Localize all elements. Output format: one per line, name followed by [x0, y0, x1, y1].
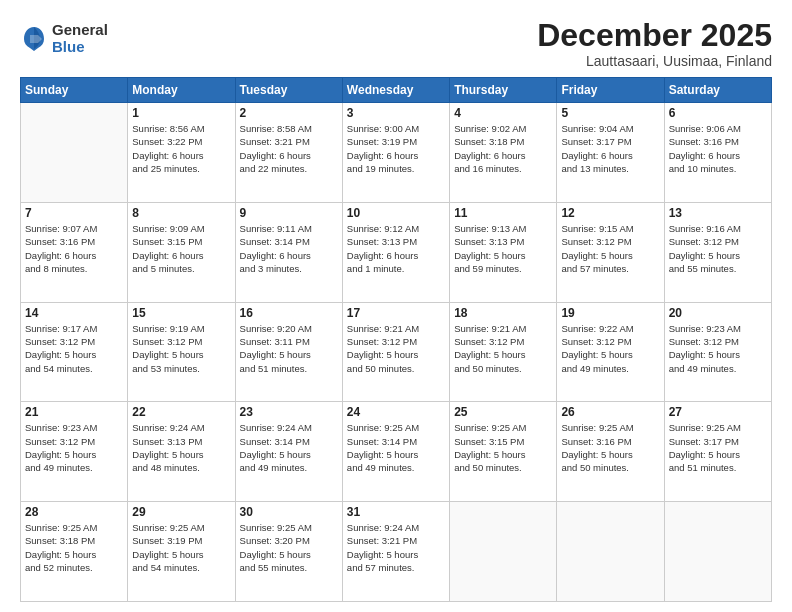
calendar-day-cell: 4Sunrise: 9:02 AM Sunset: 3:18 PM Daylig…: [450, 103, 557, 203]
day-number: 11: [454, 206, 552, 220]
day-info: Sunrise: 9:23 AM Sunset: 3:12 PM Dayligh…: [25, 421, 123, 474]
calendar-day-header: Saturday: [664, 78, 771, 103]
day-info: Sunrise: 9:00 AM Sunset: 3:19 PM Dayligh…: [347, 122, 445, 175]
calendar-day-header: Friday: [557, 78, 664, 103]
day-number: 7: [25, 206, 123, 220]
calendar-day-header: Thursday: [450, 78, 557, 103]
day-number: 22: [132, 405, 230, 419]
day-number: 19: [561, 306, 659, 320]
logo-icon: [20, 25, 48, 53]
calendar-day-cell: 12Sunrise: 9:15 AM Sunset: 3:12 PM Dayli…: [557, 202, 664, 302]
calendar-day-cell: 19Sunrise: 9:22 AM Sunset: 3:12 PM Dayli…: [557, 302, 664, 402]
day-info: Sunrise: 9:24 AM Sunset: 3:13 PM Dayligh…: [132, 421, 230, 474]
day-info: Sunrise: 9:09 AM Sunset: 3:15 PM Dayligh…: [132, 222, 230, 275]
calendar-day-cell: 14Sunrise: 9:17 AM Sunset: 3:12 PM Dayli…: [21, 302, 128, 402]
calendar-week-row: 28Sunrise: 9:25 AM Sunset: 3:18 PM Dayli…: [21, 502, 772, 602]
calendar-day-cell: 18Sunrise: 9:21 AM Sunset: 3:12 PM Dayli…: [450, 302, 557, 402]
calendar-day-cell: 21Sunrise: 9:23 AM Sunset: 3:12 PM Dayli…: [21, 402, 128, 502]
day-number: 28: [25, 505, 123, 519]
calendar-day-cell: [450, 502, 557, 602]
calendar-day-cell: 9Sunrise: 9:11 AM Sunset: 3:14 PM Daylig…: [235, 202, 342, 302]
day-info: Sunrise: 9:24 AM Sunset: 3:21 PM Dayligh…: [347, 521, 445, 574]
logo-text: General Blue: [52, 22, 108, 55]
calendar-day-cell: 1Sunrise: 8:56 AM Sunset: 3:22 PM Daylig…: [128, 103, 235, 203]
day-info: Sunrise: 9:25 AM Sunset: 3:15 PM Dayligh…: [454, 421, 552, 474]
day-info: Sunrise: 9:17 AM Sunset: 3:12 PM Dayligh…: [25, 322, 123, 375]
day-number: 26: [561, 405, 659, 419]
day-info: Sunrise: 9:12 AM Sunset: 3:13 PM Dayligh…: [347, 222, 445, 275]
calendar-day-cell: 31Sunrise: 9:24 AM Sunset: 3:21 PM Dayli…: [342, 502, 449, 602]
month-title: December 2025: [537, 18, 772, 53]
day-number: 14: [25, 306, 123, 320]
day-number: 29: [132, 505, 230, 519]
calendar-day-cell: 8Sunrise: 9:09 AM Sunset: 3:15 PM Daylig…: [128, 202, 235, 302]
day-number: 24: [347, 405, 445, 419]
calendar-day-cell: 22Sunrise: 9:24 AM Sunset: 3:13 PM Dayli…: [128, 402, 235, 502]
day-number: 5: [561, 106, 659, 120]
calendar-day-cell: 20Sunrise: 9:23 AM Sunset: 3:12 PM Dayli…: [664, 302, 771, 402]
day-info: Sunrise: 9:15 AM Sunset: 3:12 PM Dayligh…: [561, 222, 659, 275]
page: General Blue December 2025 Lauttasaari, …: [0, 0, 792, 612]
day-number: 2: [240, 106, 338, 120]
location: Lauttasaari, Uusimaa, Finland: [537, 53, 772, 69]
day-number: 1: [132, 106, 230, 120]
day-number: 4: [454, 106, 552, 120]
calendar-day-cell: 5Sunrise: 9:04 AM Sunset: 3:17 PM Daylig…: [557, 103, 664, 203]
day-info: Sunrise: 9:24 AM Sunset: 3:14 PM Dayligh…: [240, 421, 338, 474]
calendar-day-header: Tuesday: [235, 78, 342, 103]
calendar-day-cell: 28Sunrise: 9:25 AM Sunset: 3:18 PM Dayli…: [21, 502, 128, 602]
day-info: Sunrise: 9:02 AM Sunset: 3:18 PM Dayligh…: [454, 122, 552, 175]
day-number: 13: [669, 206, 767, 220]
calendar-day-cell: [557, 502, 664, 602]
day-number: 23: [240, 405, 338, 419]
calendar-day-cell: 10Sunrise: 9:12 AM Sunset: 3:13 PM Dayli…: [342, 202, 449, 302]
day-info: Sunrise: 9:21 AM Sunset: 3:12 PM Dayligh…: [347, 322, 445, 375]
header: General Blue December 2025 Lauttasaari, …: [20, 18, 772, 69]
calendar-table: SundayMondayTuesdayWednesdayThursdayFrid…: [20, 77, 772, 602]
day-info: Sunrise: 9:11 AM Sunset: 3:14 PM Dayligh…: [240, 222, 338, 275]
calendar-day-cell: 16Sunrise: 9:20 AM Sunset: 3:11 PM Dayli…: [235, 302, 342, 402]
day-number: 30: [240, 505, 338, 519]
day-number: 3: [347, 106, 445, 120]
day-number: 31: [347, 505, 445, 519]
calendar-day-cell: 15Sunrise: 9:19 AM Sunset: 3:12 PM Dayli…: [128, 302, 235, 402]
day-info: Sunrise: 9:06 AM Sunset: 3:16 PM Dayligh…: [669, 122, 767, 175]
calendar-day-header: Wednesday: [342, 78, 449, 103]
day-info: Sunrise: 9:16 AM Sunset: 3:12 PM Dayligh…: [669, 222, 767, 275]
day-info: Sunrise: 9:07 AM Sunset: 3:16 PM Dayligh…: [25, 222, 123, 275]
day-number: 12: [561, 206, 659, 220]
title-block: December 2025 Lauttasaari, Uusimaa, Finl…: [537, 18, 772, 69]
day-number: 21: [25, 405, 123, 419]
calendar-day-cell: 23Sunrise: 9:24 AM Sunset: 3:14 PM Dayli…: [235, 402, 342, 502]
day-info: Sunrise: 9:25 AM Sunset: 3:18 PM Dayligh…: [25, 521, 123, 574]
day-info: Sunrise: 9:04 AM Sunset: 3:17 PM Dayligh…: [561, 122, 659, 175]
day-number: 8: [132, 206, 230, 220]
calendar-week-row: 7Sunrise: 9:07 AM Sunset: 3:16 PM Daylig…: [21, 202, 772, 302]
day-number: 18: [454, 306, 552, 320]
day-number: 25: [454, 405, 552, 419]
calendar-day-cell: 29Sunrise: 9:25 AM Sunset: 3:19 PM Dayli…: [128, 502, 235, 602]
day-number: 20: [669, 306, 767, 320]
day-info: Sunrise: 9:21 AM Sunset: 3:12 PM Dayligh…: [454, 322, 552, 375]
calendar-week-row: 14Sunrise: 9:17 AM Sunset: 3:12 PM Dayli…: [21, 302, 772, 402]
calendar-day-header: Sunday: [21, 78, 128, 103]
day-info: Sunrise: 9:25 AM Sunset: 3:20 PM Dayligh…: [240, 521, 338, 574]
calendar-day-cell: 26Sunrise: 9:25 AM Sunset: 3:16 PM Dayli…: [557, 402, 664, 502]
day-number: 27: [669, 405, 767, 419]
day-number: 6: [669, 106, 767, 120]
day-info: Sunrise: 9:13 AM Sunset: 3:13 PM Dayligh…: [454, 222, 552, 275]
day-info: Sunrise: 9:25 AM Sunset: 3:19 PM Dayligh…: [132, 521, 230, 574]
day-number: 9: [240, 206, 338, 220]
calendar-week-row: 1Sunrise: 8:56 AM Sunset: 3:22 PM Daylig…: [21, 103, 772, 203]
calendar-week-row: 21Sunrise: 9:23 AM Sunset: 3:12 PM Dayli…: [21, 402, 772, 502]
day-number: 17: [347, 306, 445, 320]
calendar-day-cell: [664, 502, 771, 602]
day-info: Sunrise: 9:25 AM Sunset: 3:16 PM Dayligh…: [561, 421, 659, 474]
calendar-day-cell: 13Sunrise: 9:16 AM Sunset: 3:12 PM Dayli…: [664, 202, 771, 302]
logo-blue-text: Blue: [52, 39, 108, 56]
calendar-day-cell: 3Sunrise: 9:00 AM Sunset: 3:19 PM Daylig…: [342, 103, 449, 203]
calendar-day-cell: 30Sunrise: 9:25 AM Sunset: 3:20 PM Dayli…: [235, 502, 342, 602]
day-info: Sunrise: 9:25 AM Sunset: 3:17 PM Dayligh…: [669, 421, 767, 474]
day-info: Sunrise: 9:19 AM Sunset: 3:12 PM Dayligh…: [132, 322, 230, 375]
day-number: 10: [347, 206, 445, 220]
